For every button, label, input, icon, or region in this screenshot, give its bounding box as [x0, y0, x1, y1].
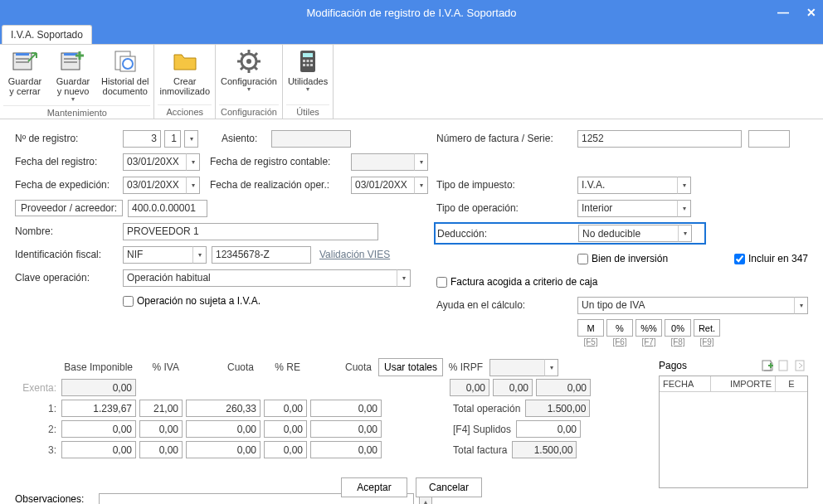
svg-line-18 [254, 66, 257, 70]
tipo-impuesto-input[interactable] [577, 177, 677, 194]
col-iva: % IVA [136, 361, 183, 373]
ayuda-calculo-input[interactable] [577, 297, 794, 314]
tipo-impuesto-dropdown[interactable]: ▾ [677, 177, 691, 194]
asiento-input[interactable] [271, 130, 351, 148]
pag-dropdown[interactable]: ▾ [184, 130, 198, 148]
tipo-operacion-label: Tipo de operación: [436, 202, 577, 214]
gear-icon [236, 48, 262, 75]
deduccion-label: Deducción: [437, 228, 578, 240]
cuota-3[interactable] [186, 441, 261, 458]
fecha-registro-dropdown[interactable]: ▾ [186, 153, 200, 171]
pagos-col-e[interactable]: E [776, 376, 807, 391]
create-asset-button[interactable]: Crear inmovilizado [158, 46, 212, 98]
proveedor-input[interactable] [128, 200, 207, 217]
deduccion-dropdown[interactable]: ▾ [678, 225, 692, 242]
fecha-contable-input[interactable] [351, 153, 414, 171]
base-2[interactable] [61, 420, 136, 438]
add-payment-button[interactable] [760, 358, 775, 373]
pag-input[interactable] [164, 130, 181, 148]
proveedor-button[interactable]: Proveedor / acreedor: [15, 200, 123, 216]
close-button[interactable]: ✕ [803, 4, 820, 21]
validacion-vies-link[interactable]: Validación VIES [319, 249, 390, 260]
cuota2-1[interactable] [310, 400, 382, 417]
save-new-button[interactable]: Guardar y nuevo▾ [51, 46, 95, 105]
aceptar-button[interactable]: Aceptar [341, 477, 407, 497]
re-1[interactable] [264, 400, 307, 417]
base-3[interactable] [61, 441, 136, 458]
folder-icon [172, 48, 198, 75]
bien-inversion-check[interactable]: Bien de inversión [577, 253, 668, 264]
irpf-v1[interactable] [450, 379, 489, 396]
edit-payment-button[interactable] [777, 358, 791, 373]
iva-2[interactable] [139, 420, 183, 438]
deduccion-input[interactable] [578, 225, 678, 242]
fecha-expedicion-input[interactable] [123, 177, 186, 194]
serie-input[interactable] [748, 130, 790, 148]
save-close-button[interactable]: Guardar y cerrar [3, 46, 46, 98]
irpf-v3[interactable] [536, 379, 591, 396]
cuota-2[interactable] [186, 420, 261, 438]
cancelar-button[interactable]: Cancelar [416, 477, 482, 497]
incluir-347-check[interactable]: Incluir en 347 [734, 253, 808, 264]
num-registro-input[interactable] [123, 130, 161, 148]
suplidos[interactable] [516, 420, 581, 438]
utilities-button[interactable]: Utilidades▾ [286, 46, 329, 95]
fecha-contable-dropdown[interactable]: ▾ [414, 153, 428, 171]
id-tipo-dropdown[interactable]: ▾ [192, 246, 207, 264]
tipo-operacion-dropdown[interactable]: ▾ [677, 200, 691, 217]
fecha-registro-input[interactable] [123, 153, 186, 171]
iva-3[interactable] [139, 441, 183, 458]
fecha-realizacion-dropdown[interactable]: ▾ [414, 177, 428, 194]
pagos-col-importe[interactable]: IMPORTE [711, 376, 776, 391]
irpf-dropdown[interactable]: ▾ [544, 359, 558, 376]
fecha-realizacion-input[interactable] [351, 177, 414, 194]
tab-iva-soportado[interactable]: I.V.A. Soportado [2, 25, 92, 44]
ayuda-calculo-label: Ayuda en el cálculo: [436, 299, 577, 311]
fecha-contable-label: Fecha de registro contable: [210, 156, 351, 167]
clave-op-label: Clave operación: [15, 272, 123, 284]
id-tipo-input[interactable] [123, 246, 192, 264]
window-title: Modificación de registro de I.V.A. Sopor… [306, 7, 516, 19]
minimize-button[interactable]: — [775, 4, 791, 21]
re-2[interactable] [264, 420, 307, 438]
irpf-v2[interactable] [493, 379, 533, 396]
cuota2-2[interactable] [310, 420, 382, 438]
irpf-combo[interactable] [489, 359, 544, 376]
op-no-sujeta-check[interactable]: Operación no sujeta a I.V.A. [123, 295, 261, 307]
history-button[interactable]: Historial del documento [100, 46, 150, 98]
save-new-icon [60, 48, 86, 75]
num-registro-label: Nº de registro: [15, 133, 123, 144]
iva-1[interactable] [139, 400, 183, 417]
help-btn-0%[interactable]: 0% [665, 319, 691, 337]
id-num-input[interactable] [212, 246, 311, 264]
fecha-expedicion-dropdown[interactable]: ▾ [186, 177, 200, 194]
clave-op-dropdown[interactable]: ▾ [397, 269, 411, 287]
factura-caja-check[interactable]: Factura acogida a criterio de caja [436, 276, 597, 288]
next-payment-button[interactable] [793, 358, 808, 373]
base-1[interactable] [61, 400, 136, 417]
cuota2-3[interactable] [310, 441, 382, 458]
col-re: % RE [257, 361, 304, 373]
fecha-registro-label: Fecha del registro: [15, 156, 123, 167]
fecha-realizacion-label: Fecha de realización oper.: [210, 179, 351, 191]
num-factura-input[interactable] [577, 130, 742, 148]
clave-op-input[interactable] [123, 269, 397, 287]
pagos-table: FECHA IMPORTE E [659, 376, 808, 488]
help-btn-%[interactable]: % [606, 319, 633, 337]
cuota-1[interactable] [186, 400, 261, 417]
svg-rect-6 [64, 58, 77, 60]
pagos-col-fecha[interactable]: FECHA [660, 376, 711, 391]
help-btn-Ret.[interactable]: Ret. [694, 319, 720, 337]
total-factura [512, 441, 577, 458]
config-button[interactable]: Configuración▾ [219, 46, 279, 95]
save-close-icon [12, 48, 38, 75]
num-factura-label: Número de factura / Serie: [436, 133, 577, 144]
re-3[interactable] [264, 441, 307, 458]
nombre-input[interactable] [123, 223, 378, 240]
svg-rect-1 [16, 53, 29, 56]
ayuda-calculo-dropdown[interactable]: ▾ [794, 297, 808, 314]
tipo-operacion-input[interactable] [577, 200, 677, 217]
usar-totales-button[interactable]: Usar totales [378, 358, 443, 376]
help-btn-M[interactable]: M [577, 319, 604, 337]
help-btn-%%[interactable]: %% [636, 319, 662, 337]
